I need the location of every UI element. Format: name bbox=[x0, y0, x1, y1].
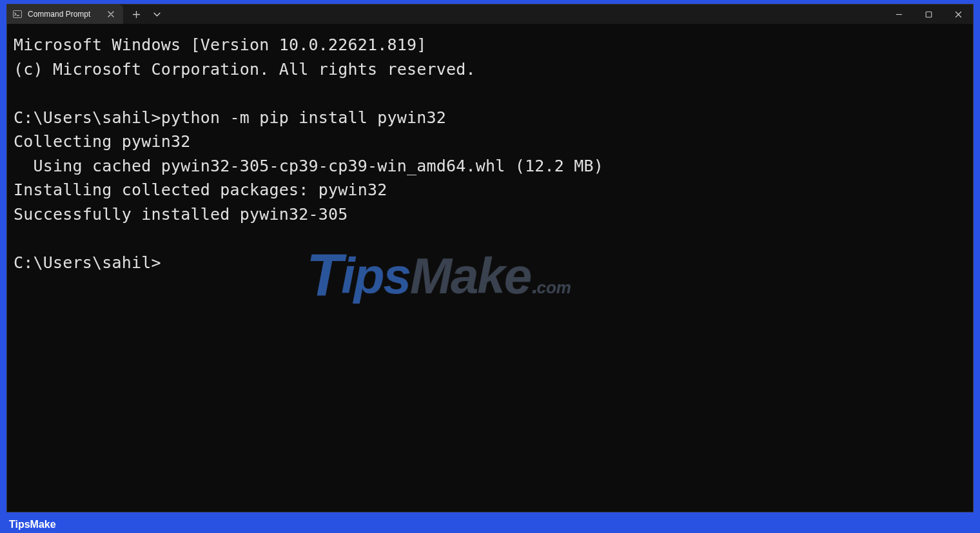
tab-title: Command Prompt bbox=[28, 10, 100, 19]
terminal-window: Command Prompt Micros bbox=[6, 4, 974, 512]
window-controls bbox=[884, 5, 973, 24]
title-bar-drag-area[interactable] bbox=[166, 5, 884, 24]
svg-rect-3 bbox=[926, 12, 932, 17]
tab-dropdown-button[interactable] bbox=[148, 5, 166, 23]
tab-command-prompt[interactable]: Command Prompt bbox=[7, 5, 123, 24]
tab-controls bbox=[123, 5, 166, 24]
footer-label: TipsMake bbox=[9, 519, 56, 530]
terminal-icon bbox=[12, 9, 23, 19]
title-bar: Command Prompt bbox=[7, 5, 973, 24]
terminal-output: Microsoft Windows [Version 10.0.22621.81… bbox=[14, 33, 966, 275]
footer-caption: TipsMake bbox=[0, 516, 980, 533]
minimize-button[interactable] bbox=[884, 5, 914, 24]
tab-close-button[interactable] bbox=[105, 8, 117, 20]
terminal-body[interactable]: Microsoft Windows [Version 10.0.22621.81… bbox=[7, 24, 973, 512]
svg-rect-0 bbox=[14, 10, 22, 17]
new-tab-button[interactable] bbox=[127, 5, 145, 23]
maximize-button[interactable] bbox=[914, 5, 943, 24]
watermark-dot: . bbox=[532, 273, 536, 298]
watermark-com: com bbox=[536, 278, 571, 298]
close-button[interactable] bbox=[943, 5, 973, 24]
